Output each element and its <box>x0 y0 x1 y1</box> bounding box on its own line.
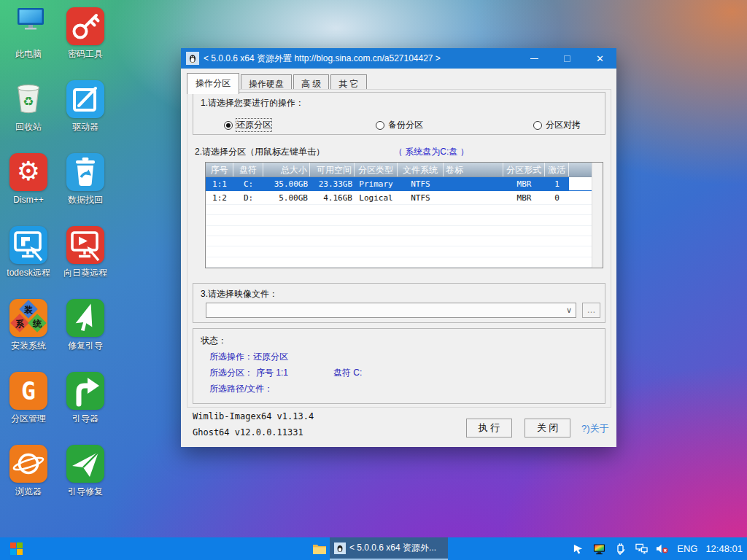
desktop-icon-remote-out[interactable]: 向日葵远程 <box>58 225 112 278</box>
network-icon[interactable] <box>635 542 648 556</box>
status-partition-drive: 盘符 C: <box>333 367 362 379</box>
window-title: < 5.0.0.6 x64 资源外置 http://blog.sina.com.… <box>204 52 518 65</box>
this-pc-icon <box>9 5 48 47</box>
table-cell <box>398 257 444 267</box>
table-cell: NTFS <box>398 191 444 204</box>
desktop-icon-label: 浏览器 <box>1 486 55 497</box>
install-icon: 装 系 统 <box>9 299 47 337</box>
table-empty-row[interactable] <box>206 205 592 215</box>
gear-icon: ⚙ <box>9 153 47 191</box>
desktop-icon-install[interactable]: 装 系 统安装系统 <box>1 298 55 351</box>
titlebar[interactable]: < 5.0.0.6 x64 资源外置 http://blog.sina.com.… <box>181 48 616 69</box>
table-empty-row[interactable] <box>206 215 592 225</box>
usb-device-icon[interactable] <box>614 542 627 556</box>
status-group: 状态： 所选操作：还原分区 所选分区： 序号 1:1 盘符 C: 所选路径/文件… <box>193 328 605 404</box>
table-cell <box>503 236 545 246</box>
partition-section-label: 2.请选择分区（用鼠标左键单击） <box>195 146 325 158</box>
table-row[interactable]: 1:2D:5.00GB4.16GBLogicalNTFSMBR0 <box>206 191 592 205</box>
minimize-button[interactable] <box>518 48 551 69</box>
table-cell <box>233 257 263 267</box>
table-cell <box>398 236 444 246</box>
radio-backup-partition[interactable]: 备份分区 <box>376 119 423 131</box>
table-cell <box>545 215 569 225</box>
table-empty-row[interactable] <box>206 246 592 257</box>
table-cell <box>263 257 310 267</box>
table-scrollbar[interactable] <box>592 163 603 268</box>
clock[interactable]: 12:48:01 <box>705 543 743 554</box>
desktop-icon-this-pc[interactable]: 此电脑 <box>1 6 55 59</box>
status-partition-label: 所选分区： <box>209 367 253 379</box>
table-cell <box>355 205 398 214</box>
table-cell <box>545 246 569 256</box>
table-cell <box>545 257 569 267</box>
table-empty-row[interactable] <box>206 226 592 236</box>
table-cell <box>444 246 503 256</box>
table-cell <box>355 215 398 225</box>
close-dialog-button[interactable]: 关 闭 <box>525 419 570 438</box>
image-file-combobox[interactable]: ∨ <box>206 303 576 318</box>
desktop-icon-label: Dism++ <box>1 195 55 205</box>
desktop-icon-turn-right[interactable]: 引导器 <box>58 370 112 424</box>
radio-selected-icon <box>224 121 233 130</box>
volume-muted-icon[interactable] <box>656 542 669 556</box>
table-cell <box>310 205 355 214</box>
desktop-icon-gear[interactable]: ⚙Dism++ <box>1 152 55 205</box>
close-button[interactable]: ✕ <box>584 48 616 69</box>
table-cell <box>545 236 569 246</box>
desktop-icon-cursor[interactable]: 修复引导 <box>58 298 112 351</box>
desktop-icon-paper-plane[interactable]: 引导修复 <box>58 443 112 497</box>
language-indicator[interactable]: ENG <box>677 543 697 554</box>
radio-restore-partition[interactable]: 还原分区 <box>224 119 271 131</box>
desktop-icon-recycle-bin[interactable]: ♻回收站 <box>1 79 55 132</box>
table-cell: 卷标 <box>444 163 503 176</box>
table-cell: 分区类型 <box>355 163 398 176</box>
table-cell <box>503 205 545 214</box>
about-link[interactable]: ?)关于 <box>581 422 609 435</box>
browse-button[interactable]: … <box>582 303 600 318</box>
partition-table[interactable]: 序号盘符总大小可用空间分区类型文件系统卷标分区形式激活1:1C:35.00GB2… <box>205 162 603 268</box>
taskbar-app-button[interactable]: < 5.0.0.6 x64 资源外... <box>330 537 448 560</box>
table-empty-row[interactable] <box>206 236 592 246</box>
table-cell: 总大小 <box>263 163 310 176</box>
table-header-row[interactable]: 序号盘符总大小可用空间分区类型文件系统卷标分区形式激活 <box>206 163 592 177</box>
start-button[interactable] <box>0 537 32 560</box>
display-settings-icon[interactable] <box>592 542 605 556</box>
desktop-icon-label: 驱动器 <box>58 122 112 132</box>
desktop-icon-remote-in[interactable]: todesk远程 <box>1 225 55 278</box>
table-cell <box>233 236 263 246</box>
table-cell <box>503 215 545 225</box>
table-cell <box>355 226 398 236</box>
table-cell-filler <box>569 191 592 204</box>
desktop: 此电脑密码工具 ♻回收站驱动器⚙Dism++ 数据找回 todesk远程 向日葵… <box>0 0 747 560</box>
table-cell <box>233 205 263 214</box>
table-cell <box>398 226 444 236</box>
desktop-icon-g-logo[interactable]: G分区管理 <box>1 370 55 424</box>
file-explorer-taskbar-icon[interactable] <box>306 537 333 560</box>
table-cell <box>310 257 355 267</box>
desktop-icon-label: 引导修复 <box>58 486 112 497</box>
tray-arrow-icon[interactable] <box>571 542 584 556</box>
radio-copy-partition[interactable]: 分区对拷 <box>533 119 581 131</box>
tab-0[interactable]: 操作分区 <box>187 73 239 94</box>
desktop-icon-planet[interactable]: 浏览器 <box>1 443 55 497</box>
wimlib-version: Wimlib-Imagex64 v1.13.4 <box>193 411 314 421</box>
table-cell <box>263 236 310 246</box>
table-row[interactable]: 1:1C:35.00GB23.33GBPrimaryNTFSMBR1 <box>206 177 592 191</box>
maximize-button[interactable] <box>551 48 584 69</box>
svg-text:系: 系 <box>15 319 25 329</box>
table-cell: MBR <box>503 177 545 190</box>
svg-text:装: 装 <box>24 305 34 315</box>
desktop-icon-key[interactable]: 密码工具 <box>58 6 112 59</box>
table-empty-row[interactable] <box>206 257 592 268</box>
svg-text:⚙: ⚙ <box>17 156 40 186</box>
desktop-icon-trash-recover[interactable]: 数据找回 <box>58 152 112 205</box>
remote-out-icon <box>66 226 104 264</box>
app-penguin-icon <box>186 52 199 65</box>
desktop-icon-edit[interactable]: 驱动器 <box>58 79 112 132</box>
table-cell <box>355 236 398 246</box>
table-cell <box>355 246 398 256</box>
table-cell: 盘符 <box>233 163 263 176</box>
radio-icon <box>533 121 542 130</box>
execute-button[interactable]: 执 行 <box>466 419 512 438</box>
table-cell <box>503 246 545 256</box>
